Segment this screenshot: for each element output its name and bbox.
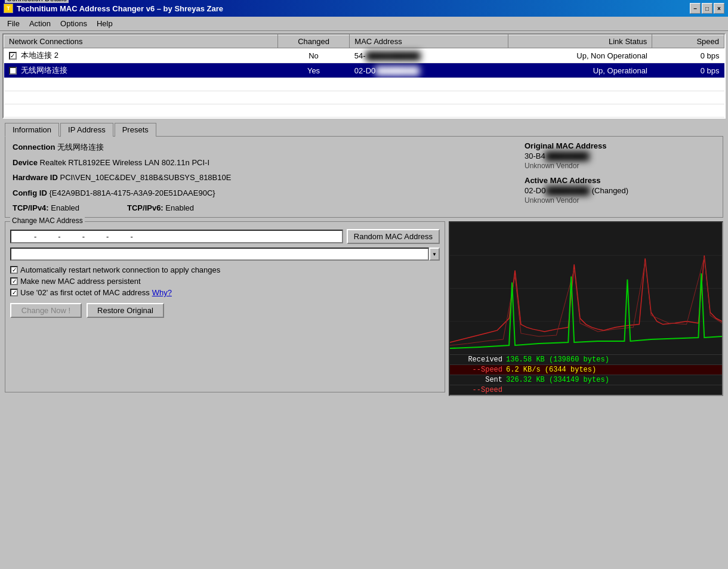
row1-changed: No — [277, 48, 350, 63]
active-vendor: Unknown Vendor — [525, 196, 715, 205]
received-label: Received — [452, 355, 506, 364]
original-mac-value: 30-B4████████ — [525, 151, 715, 160]
tab-bar: Information IP Address Presets — [2, 122, 726, 136]
connection-label: Connection — [13, 143, 55, 151]
octet-3[interactable] — [63, 232, 80, 241]
tabs-section: Information IP Address Presets Connectio… — [2, 122, 726, 218]
app-icon: T — [4, 4, 13, 13]
network-table-container: Network Connections Changed MAC Address … — [2, 33, 726, 119]
col-link-status: Link Status — [508, 35, 652, 48]
col-changed: Changed — [277, 35, 350, 48]
why-link[interactable]: Why? — [152, 288, 172, 297]
graph-canvas — [450, 222, 722, 354]
details-left: Connection 无线网络连接 Device Realtek RTL8192… — [13, 141, 507, 212]
checkbox3-row: ✓ Use '02' as first octet of MAC address… — [10, 288, 440, 297]
details-right: Original MAC Address 30-B4████████ Unkno… — [525, 141, 715, 212]
menu-action[interactable]: Action — [24, 18, 55, 29]
octet-2[interactable] — [39, 232, 55, 241]
octet-5[interactable] — [111, 232, 128, 241]
sep-5: - — [130, 232, 132, 241]
row2-mac: 02-D0████████ — [350, 63, 508, 78]
original-mac-title: Original MAC Address — [525, 141, 715, 150]
row2-mac-blurred: ████████ — [375, 66, 419, 75]
sep-2: - — [58, 232, 60, 241]
dropdown-arrow[interactable]: ▼ — [429, 248, 440, 261]
row1-name: 本地连接 2 — [21, 51, 58, 60]
menu-file[interactable]: File — [2, 18, 24, 29]
original-vendor: Unknown Vendor — [525, 162, 715, 170]
checkbox3-label: Use '02' as first octet of MAC address — [20, 288, 150, 297]
table-row[interactable]: ✓ 本地连接 2 No 54-██████████ Up, Non Operat… — [4, 48, 724, 63]
octet-1[interactable] — [15, 232, 32, 241]
tab-information[interactable]: Information — [5, 123, 59, 137]
tab-ip-address[interactable]: IP Address — [60, 123, 113, 137]
graph-stats: Received 136.58 KB (139860 bytes) --Spee… — [450, 354, 722, 395]
change-mac-box: Change MAC Address - - - - - Random MAC … — [5, 221, 445, 392]
sep-3: - — [82, 232, 85, 241]
received-speed-value: 6.2 KB/s (6344 bytes) — [506, 366, 596, 374]
config-id-row: Config ID {E42A9BD1-881A-4175-A3A9-20E51… — [13, 187, 507, 199]
dropdown-row: ▼ — [10, 248, 440, 261]
sent-speed-row: --Speed — [450, 385, 722, 395]
checkbox1[interactable]: ✓ — [10, 266, 18, 274]
received-value: 136.58 KB (139860 bytes) — [506, 355, 609, 364]
preset-dropdown-input[interactable] — [10, 248, 429, 261]
row1-mac-blurred: ██████████ — [366, 51, 421, 60]
row2-changed: Yes — [277, 63, 350, 78]
graph-svg — [450, 222, 722, 354]
tcp-row: TCP/IPv4: EnabledTCP/IPv6: Enabled — [13, 203, 507, 212]
received-speed-label: --Speed — [452, 366, 506, 374]
row1-link-status: Up, Non Operational — [508, 48, 652, 63]
network-graph-box: Received 136.58 KB (139860 bytes) --Spee… — [449, 221, 723, 396]
row2-link-status: Up, Operational — [508, 63, 652, 78]
close-button[interactable]: × — [714, 3, 724, 14]
change-now-button[interactable]: Change Now ! — [10, 303, 82, 318]
octet-6[interactable] — [135, 232, 152, 241]
bottom-section: Change MAC Address - - - - - Random MAC … — [2, 221, 726, 396]
col-network-connections: Network Connections — [4, 35, 278, 48]
checkbox3[interactable]: ✓ — [10, 289, 18, 296]
checkbox2[interactable]: ✓ — [10, 277, 18, 285]
col-mac-address: MAC Address — [350, 35, 508, 48]
sent-value: 326.32 KB (334149 bytes) — [506, 376, 609, 384]
restore-button[interactable]: □ — [702, 3, 712, 14]
sent-label: Sent — [452, 376, 506, 384]
network-table: Network Connections Changed MAC Address … — [4, 35, 724, 117]
checkbox2-row: ✓ Make new MAC address persistent — [10, 277, 440, 286]
col-speed: Speed — [652, 35, 724, 48]
hardware-id-row: Hardware ID PCI\VEN_10EC&DEV_818B&SUBSYS… — [13, 172, 507, 184]
restore-original-button[interactable]: Restore Original — [87, 303, 164, 318]
table-row[interactable]: ✓ 无线网络连接 Yes 02-D0████████ Up, Operation… — [4, 63, 724, 78]
row1-checkbox[interactable]: ✓ — [9, 52, 17, 60]
received-speed-row: --Speed 6.2 KB/s (6344 bytes) — [450, 364, 722, 375]
window-title: Technitium MAC Address Changer v6 – by S… — [17, 4, 223, 13]
sent-row: Sent 326.32 KB (334149 bytes) — [450, 375, 722, 385]
mac-input-row: - - - - - Random MAC Address — [10, 229, 440, 244]
minimize-button[interactable]: – — [690, 3, 701, 14]
row1-mac: 54-██████████ — [350, 48, 508, 63]
octet-4[interactable] — [87, 232, 104, 241]
row2-name: 无线网络连接 — [21, 66, 67, 75]
details-title: Connection Details — [5, 0, 69, 3]
active-mac-blurred: ████████ — [545, 186, 590, 195]
change-mac-title: Change MAC Address — [10, 217, 85, 225]
row2-checkbox[interactable]: ✓ — [9, 67, 17, 75]
menu-bar: File Action Options Help — [0, 17, 728, 31]
window-controls: – □ × — [690, 3, 724, 14]
action-buttons: Change Now ! Restore Original — [10, 303, 440, 318]
mac-octets: - - - - - — [10, 230, 343, 243]
tab-presets[interactable]: Presets — [115, 123, 156, 137]
sep-1: - — [34, 232, 36, 241]
table-row-empty — [4, 78, 724, 91]
row2-speed: 0 bps — [652, 63, 724, 78]
active-mac-title: Active MAC Address — [525, 176, 715, 185]
sent-speed-label: --Speed — [452, 386, 506, 394]
sep-4: - — [106, 232, 109, 241]
row1-speed: 0 bps — [652, 48, 724, 63]
title-bar: T Technitium MAC Address Changer v6 – by… — [0, 0, 728, 17]
checkbox1-row: ✓ Automatically restart network connecti… — [10, 265, 440, 274]
menu-options[interactable]: Options — [55, 18, 92, 29]
details-grid: Connection 无线网络连接 Device Realtek RTL8192… — [13, 141, 715, 212]
random-mac-button[interactable]: Random MAC Address — [347, 229, 440, 244]
menu-help[interactable]: Help — [92, 18, 118, 29]
